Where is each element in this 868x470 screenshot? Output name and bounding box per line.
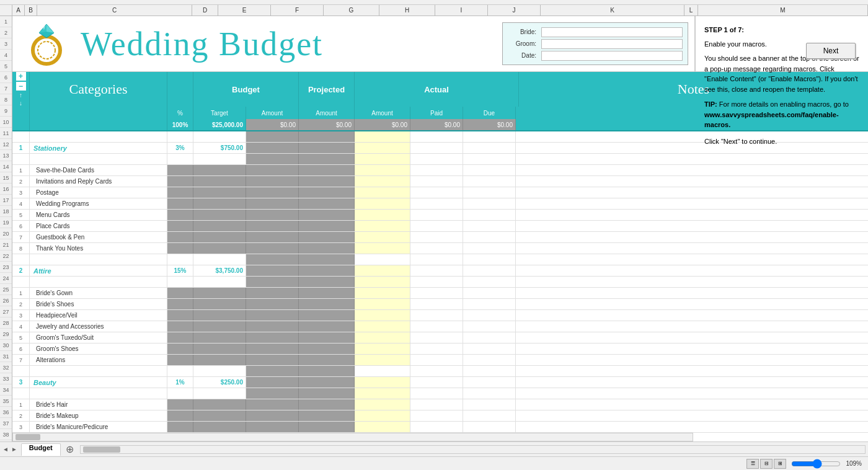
next-button[interactable]: Next bbox=[806, 43, 856, 59]
cat3-label: Beauty bbox=[33, 379, 56, 386]
page-break-button[interactable]: ⊞ bbox=[774, 459, 786, 469]
date-input[interactable] bbox=[541, 51, 683, 61]
sheet-tab-budget[interactable]: Budget bbox=[21, 443, 61, 456]
expand-button[interactable]: + bbox=[16, 72, 26, 81]
add-sheet-button[interactable]: ⊕ bbox=[62, 443, 78, 455]
spacer-row-21 bbox=[12, 254, 868, 265]
total-budget-amount: $0.00 bbox=[246, 119, 299, 130]
click-next-text: Click "Next" to continue. bbox=[704, 136, 859, 147]
col-header-k: K bbox=[541, 5, 684, 16]
tab-bar: ◄ ► Budget ⊕ bbox=[0, 441, 868, 456]
col-header-a bbox=[0, 5, 12, 16]
item-place-cards: Place Cards bbox=[30, 221, 167, 231]
normal-view-button[interactable]: ☰ bbox=[746, 459, 759, 469]
sub-row-1-7: 7 Guestbook & Pen bbox=[12, 232, 868, 243]
tip-url: www.savvyspreadsheets.com/faq/enable-mac… bbox=[704, 111, 839, 129]
zoom-level: 109% bbox=[846, 460, 862, 467]
bride-input[interactable] bbox=[541, 27, 683, 37]
col-header-g: G bbox=[324, 5, 379, 16]
sub-row-3-3: 3 Bride's Manicure/Pedicure bbox=[12, 422, 868, 433]
col-header-b: A bbox=[12, 5, 25, 16]
sub-row-2-7: 7 Alterations bbox=[12, 355, 868, 366]
sub-row-1-1: 1 Save-the-Date Cards bbox=[12, 165, 868, 176]
sub-row-2-3: 3 Headpiece/Veil bbox=[12, 310, 868, 321]
page-layout-button[interactable]: ⊟ bbox=[760, 459, 773, 469]
tab-nav-prev[interactable]: ◄ bbox=[2, 446, 9, 453]
item-postage: Postage bbox=[30, 187, 167, 198]
cat1-label: Stationery bbox=[33, 144, 67, 152]
item-save-date: Save-the-Date Cards bbox=[30, 165, 167, 175]
tip-label: TIP: bbox=[704, 100, 717, 108]
spacer-row-12 bbox=[12, 154, 868, 165]
groom-input[interactable] bbox=[541, 39, 683, 49]
data-rows-container: 1 Stationery 3% $750.00 bbox=[12, 131, 868, 441]
formula-bar bbox=[0, 0, 868, 5]
app-title-area: Wedding Budget bbox=[81, 16, 496, 71]
item-groom-shoes: Groom's Shoes bbox=[30, 344, 167, 354]
sub-row-1-5: 5 Menu Cards bbox=[12, 210, 868, 221]
instructions-body1: You should see a banner at the top of th… bbox=[704, 53, 859, 94]
projected-header: Projected bbox=[299, 72, 355, 107]
col-header-e: E bbox=[218, 5, 271, 16]
item-groom-tuxedo: Groom's Tuxedo/Suit bbox=[30, 332, 167, 343]
item-headpiece: Headpiece/Veil bbox=[30, 310, 167, 321]
item-brides-hair: Bride's Hair bbox=[30, 399, 167, 410]
col-header-f: F bbox=[271, 5, 324, 16]
view-buttons: ☰ ⊟ ⊞ bbox=[746, 459, 786, 469]
bride-field-row: Bride: bbox=[508, 27, 683, 37]
groom-label: Groom: bbox=[508, 40, 536, 47]
sub-row-1-4: 4 Wedding Programs bbox=[12, 198, 868, 210]
sub-row-3-1: 1 Bride's Hair bbox=[12, 399, 868, 410]
date-label: Date: bbox=[508, 52, 536, 59]
fields-panel: Bride: Groom: Date: bbox=[502, 22, 688, 65]
sub-row-1-3: 3 Postage bbox=[12, 187, 868, 198]
col-header-j: J bbox=[488, 5, 541, 16]
bottom-scrollbar[interactable] bbox=[80, 445, 866, 454]
sub-row-2-2: 2 Bride's Shoes bbox=[12, 299, 868, 310]
total-paid: $0.00 bbox=[410, 119, 463, 130]
item-invitations: Invitations and Reply Cards bbox=[30, 176, 167, 187]
cat1-pct: 3% bbox=[167, 143, 193, 153]
actual-amount-subheader: Amount bbox=[355, 107, 410, 119]
category-row-2: 2 Attire 15% $3,750.00 bbox=[12, 265, 868, 277]
svg-point-0 bbox=[33, 37, 60, 64]
total-due: $0.00 bbox=[463, 119, 516, 130]
item-menu-cards: Menu Cards bbox=[30, 210, 167, 220]
sub-row-2-5: 5 Groom's Tuxedo/Suit bbox=[12, 332, 868, 344]
collapse-button[interactable]: − bbox=[16, 82, 26, 91]
spacer-row-23 bbox=[12, 277, 868, 288]
groom-field-row: Groom: bbox=[508, 39, 683, 49]
sub-row-2-4: 4 Jewelry and Accessories bbox=[12, 321, 868, 332]
sub-row-2-1: 1 Bride's Gown bbox=[12, 288, 868, 299]
h-scrollbar[interactable] bbox=[12, 433, 693, 441]
budget-label: Budget bbox=[232, 85, 260, 94]
col-header-d: D bbox=[192, 5, 218, 16]
category-controls: + − ↑ ↓ bbox=[12, 72, 30, 107]
item-brides-makeup: Bride's Makeup bbox=[30, 410, 167, 421]
ring-logo-icon bbox=[22, 19, 71, 69]
due-subheader: Due bbox=[463, 107, 516, 119]
actual-label: Actual bbox=[424, 85, 449, 94]
sub-row-1-2: 2 Invitations and Reply Cards bbox=[12, 176, 868, 187]
cat2-label: Attire bbox=[33, 267, 51, 275]
item-manicure: Bride's Manicure/Pedicure bbox=[30, 422, 167, 432]
col-header-c2: B bbox=[25, 5, 37, 16]
item-brides-shoes: Bride's Shoes bbox=[30, 299, 167, 309]
tab-nav-next[interactable]: ► bbox=[11, 446, 17, 453]
down-arrow-icon: ↓ bbox=[19, 100, 22, 107]
sub-row-3-2: 2 Bride's Makeup bbox=[12, 410, 868, 422]
item-jewelry: Jewelry and Accessories bbox=[30, 321, 167, 332]
projected-amount-subheader: Amount bbox=[299, 107, 355, 119]
date-field-row: Date: bbox=[508, 51, 683, 61]
app-title: Wedding Budget bbox=[81, 25, 323, 63]
zoom-slider[interactable] bbox=[791, 461, 841, 466]
item-wedding-programs: Wedding Programs bbox=[30, 198, 167, 209]
col-header-l: L bbox=[684, 5, 698, 16]
sub-row-1-8: 8 Thank You Notes bbox=[12, 243, 868, 254]
spreadsheet-app: A B C D E F G H I J K L M 1 2 3 4 5 6 7 … bbox=[0, 0, 868, 470]
col-header-c: C bbox=[37, 5, 192, 16]
categories-label: Categories bbox=[69, 81, 127, 97]
pct-subheader: % bbox=[167, 107, 193, 119]
projected-label: Projected bbox=[308, 85, 345, 94]
total-actual-amount: $0.00 bbox=[355, 119, 410, 130]
